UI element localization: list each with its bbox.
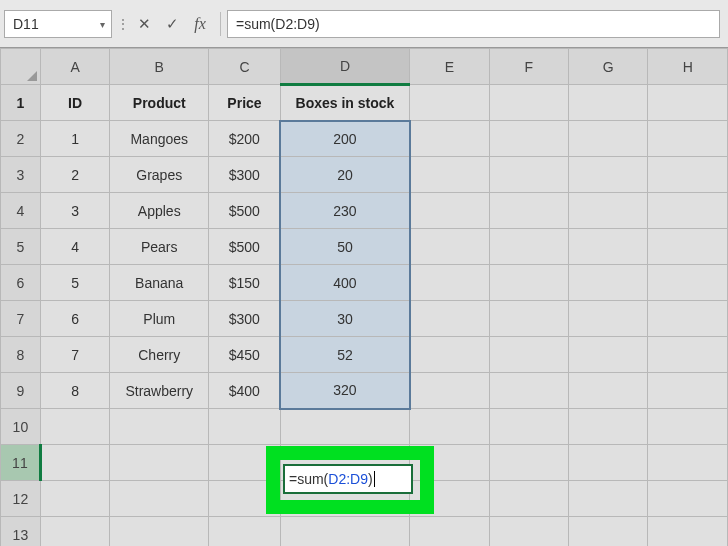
cell-D7[interactable]: 30: [280, 301, 409, 337]
cell-E10[interactable]: [410, 409, 489, 445]
cell-C7[interactable]: $300: [209, 301, 281, 337]
cell-F7[interactable]: [489, 301, 568, 337]
column-header-H[interactable]: H: [648, 49, 728, 85]
formula-input[interactable]: =sum(D2:D9): [227, 10, 720, 38]
cell-B8[interactable]: Cherry: [110, 337, 209, 373]
cell-H3[interactable]: [648, 157, 728, 193]
cell-C12[interactable]: [209, 481, 281, 517]
cell-A12[interactable]: [40, 481, 110, 517]
cell-A13[interactable]: [40, 517, 110, 547]
cell-C11[interactable]: [209, 445, 281, 481]
cell-C10[interactable]: [209, 409, 281, 445]
cell-F13[interactable]: [489, 517, 568, 547]
cell-C2[interactable]: $200: [209, 121, 281, 157]
cell-G3[interactable]: [569, 157, 648, 193]
column-header-G[interactable]: G: [569, 49, 648, 85]
cell-A8[interactable]: 7: [40, 337, 110, 373]
cell-B6[interactable]: Banana: [110, 265, 209, 301]
cell-C9[interactable]: $400: [209, 373, 281, 409]
cell-B10[interactable]: [110, 409, 209, 445]
cell-F12[interactable]: [489, 481, 568, 517]
cell-B13[interactable]: [110, 517, 209, 547]
row-header-1[interactable]: 1: [1, 85, 41, 121]
cell-A4[interactable]: 3: [40, 193, 110, 229]
cell-E12[interactable]: [410, 481, 489, 517]
cell-E1[interactable]: [410, 85, 489, 121]
cell-B1[interactable]: Product: [110, 85, 209, 121]
cell-E5[interactable]: [410, 229, 489, 265]
cell-G6[interactable]: [569, 265, 648, 301]
cell-H6[interactable]: [648, 265, 728, 301]
row-header-8[interactable]: 8: [1, 337, 41, 373]
cell-A11[interactable]: [40, 445, 110, 481]
cell-E11[interactable]: [410, 445, 489, 481]
cell-H5[interactable]: [648, 229, 728, 265]
cell-D13[interactable]: [280, 517, 409, 547]
column-header-A[interactable]: A: [40, 49, 110, 85]
cell-C8[interactable]: $450: [209, 337, 281, 373]
row-header-6[interactable]: 6: [1, 265, 41, 301]
cell-E6[interactable]: [410, 265, 489, 301]
spreadsheet-grid[interactable]: A B C D E F G H 1 ID Product Price Boxes…: [0, 48, 728, 546]
row-header-7[interactable]: 7: [1, 301, 41, 337]
cell-B2[interactable]: Mangoes: [110, 121, 209, 157]
cell-H7[interactable]: [648, 301, 728, 337]
resize-handle-icon[interactable]: ⋮: [120, 14, 126, 34]
column-header-B[interactable]: B: [110, 49, 209, 85]
cell-D1[interactable]: Boxes in stock: [280, 85, 409, 121]
cell-C1[interactable]: Price: [209, 85, 281, 121]
cell-G8[interactable]: [569, 337, 648, 373]
cell-C6[interactable]: $150: [209, 265, 281, 301]
cell-F2[interactable]: [489, 121, 568, 157]
cell-E8[interactable]: [410, 337, 489, 373]
cell-H2[interactable]: [648, 121, 728, 157]
row-header-9[interactable]: 9: [1, 373, 41, 409]
cell-G4[interactable]: [569, 193, 648, 229]
cell-A2[interactable]: 1: [40, 121, 110, 157]
cell-G13[interactable]: [569, 517, 648, 547]
cell-A1[interactable]: ID: [40, 85, 110, 121]
cell-E3[interactable]: [410, 157, 489, 193]
cell-B7[interactable]: Plum: [110, 301, 209, 337]
column-header-C[interactable]: C: [209, 49, 281, 85]
cell-H11[interactable]: [648, 445, 728, 481]
cell-C13[interactable]: [209, 517, 281, 547]
cell-F6[interactable]: [489, 265, 568, 301]
cell-D4[interactable]: 230: [280, 193, 409, 229]
cell-D3[interactable]: 20: [280, 157, 409, 193]
cell-D5[interactable]: 50: [280, 229, 409, 265]
cell-B9[interactable]: Strawberry: [110, 373, 209, 409]
cell-H8[interactable]: [648, 337, 728, 373]
row-header-13[interactable]: 13: [1, 517, 41, 547]
cell-D9[interactable]: 320: [280, 373, 409, 409]
row-header-11[interactable]: 11: [1, 445, 41, 481]
row-header-3[interactable]: 3: [1, 157, 41, 193]
cell-F1[interactable]: [489, 85, 568, 121]
cancel-button[interactable]: ✕: [130, 10, 158, 38]
cell-F5[interactable]: [489, 229, 568, 265]
cell-B5[interactable]: Pears: [110, 229, 209, 265]
cell-F3[interactable]: [489, 157, 568, 193]
insert-function-button[interactable]: fx: [186, 10, 214, 38]
cell-A9[interactable]: 8: [40, 373, 110, 409]
cell-H13[interactable]: [648, 517, 728, 547]
cell-G10[interactable]: [569, 409, 648, 445]
cell-G5[interactable]: [569, 229, 648, 265]
cell-F8[interactable]: [489, 337, 568, 373]
cell-B4[interactable]: Apples: [110, 193, 209, 229]
active-cell-editor[interactable]: =sum(D2:D9): [283, 464, 413, 494]
cell-H12[interactable]: [648, 481, 728, 517]
cell-A6[interactable]: 5: [40, 265, 110, 301]
cell-H4[interactable]: [648, 193, 728, 229]
cell-F9[interactable]: [489, 373, 568, 409]
column-header-E[interactable]: E: [410, 49, 489, 85]
cell-H9[interactable]: [648, 373, 728, 409]
name-box[interactable]: D11 ▾: [4, 10, 112, 38]
cell-B11[interactable]: [110, 445, 209, 481]
cell-E13[interactable]: [410, 517, 489, 547]
cell-B12[interactable]: [110, 481, 209, 517]
cell-A5[interactable]: 4: [40, 229, 110, 265]
column-header-F[interactable]: F: [489, 49, 568, 85]
cell-C4[interactable]: $500: [209, 193, 281, 229]
cell-F4[interactable]: [489, 193, 568, 229]
